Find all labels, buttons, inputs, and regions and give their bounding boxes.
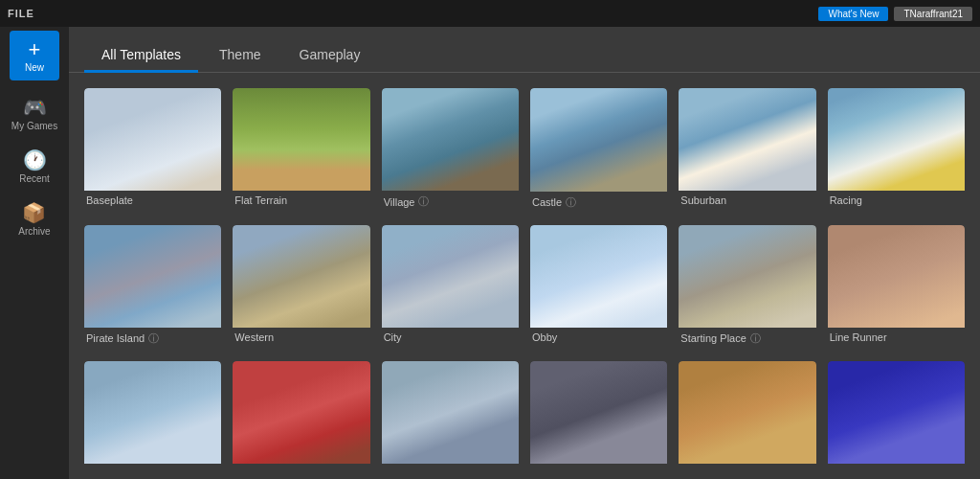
info-icon[interactable]: ⓘ [148, 331, 159, 346]
archive-icon: 📦 [22, 201, 46, 224]
template-card-flat-terrain[interactable]: Flat Terrain [233, 88, 369, 214]
template-card-line-runner[interactable]: Line Runner [828, 225, 965, 350]
template-card-village[interactable]: Villageⓘ [382, 88, 519, 214]
tab-bar: All Templates Theme Gameplay [69, 27, 980, 73]
my-games-icon: 🎮 [23, 96, 47, 119]
template-title-r3c [382, 464, 519, 471]
username-display: TNaraffrant21 [894, 7, 972, 21]
template-title-baseplate: Baseplate [84, 191, 221, 210]
template-card-r3e[interactable] [679, 361, 815, 472]
template-thumb-suburban [679, 88, 815, 191]
info-icon[interactable]: ⓘ [418, 194, 429, 209]
topbar-right: What's New TNaraffrant21 [818, 7, 972, 21]
template-thumb-r3b [233, 361, 369, 464]
template-title-western: Western [233, 328, 369, 347]
template-grid-container: BaseplateFlat TerrainVillageⓘCastleⓘSubu… [69, 73, 980, 479]
template-card-r3b[interactable] [233, 361, 369, 472]
recent-icon: 🕐 [23, 148, 47, 171]
sidebar: + New 🎮 My Games 🕐 Recent 📦 Archive [0, 27, 69, 479]
template-title-suburban: Suburban [679, 191, 815, 210]
whats-new-button[interactable]: What's New [818, 7, 888, 21]
template-thumb-castle [530, 88, 667, 192]
template-thumb-obby [530, 225, 667, 329]
template-card-castle[interactable]: Castleⓘ [530, 88, 667, 214]
template-title-castle: Castleⓘ [530, 192, 667, 214]
template-card-suburban[interactable]: Suburban [679, 88, 815, 214]
template-thumb-village [382, 88, 519, 191]
template-card-city[interactable]: City [382, 225, 519, 350]
template-title-r3d [530, 464, 667, 471]
template-title-city: City [382, 328, 519, 347]
template-title-r3b [233, 464, 369, 471]
template-thumb-r3e [679, 361, 815, 464]
recent-label: Recent [19, 173, 50, 184]
template-title-village: Villageⓘ [382, 191, 519, 213]
template-card-r3c[interactable] [382, 361, 519, 472]
template-thumb-baseplate [84, 88, 221, 191]
sidebar-item-recent[interactable]: 🕐 Recent [19, 148, 50, 184]
info-icon[interactable]: ⓘ [750, 331, 761, 346]
tab-all-templates[interactable]: All Templates [84, 39, 198, 73]
template-title-flat-terrain: Flat Terrain [233, 191, 369, 210]
template-title-starting-place: Starting Placeⓘ [679, 328, 815, 350]
template-title-pirate-island: Pirate Islandⓘ [84, 328, 221, 350]
template-thumb-r3d [530, 361, 667, 465]
template-thumb-western [233, 225, 369, 328]
main-layout: + New 🎮 My Games 🕐 Recent 📦 Archive All … [0, 27, 980, 479]
info-icon[interactable]: ⓘ [566, 195, 576, 210]
file-menu-label[interactable]: FILE [8, 8, 34, 19]
sidebar-item-archive[interactable]: 📦 Archive [18, 201, 50, 237]
template-card-racing[interactable]: Racing [828, 88, 965, 214]
tab-gameplay[interactable]: Gameplay [282, 39, 378, 73]
template-thumb-r3a [84, 361, 221, 464]
template-thumb-r3f [828, 361, 965, 464]
template-thumb-pirate-island [84, 225, 221, 328]
sidebar-item-my-games[interactable]: 🎮 My Games [11, 96, 57, 131]
tab-theme[interactable]: Theme [202, 39, 278, 73]
template-title-line-runner: Line Runner [828, 328, 965, 347]
template-thumb-city [382, 225, 519, 328]
template-grid: BaseplateFlat TerrainVillageⓘCastleⓘSubu… [84, 88, 965, 479]
template-card-r3f[interactable] [828, 361, 965, 472]
new-label: New [25, 62, 44, 73]
plus-icon: + [29, 39, 41, 60]
template-card-r3a[interactable] [84, 361, 221, 472]
template-thumb-flat-terrain [233, 88, 369, 191]
content-area: All Templates Theme Gameplay BaseplateFl… [69, 27, 980, 479]
template-card-starting-place[interactable]: Starting Placeⓘ [679, 225, 815, 350]
template-thumb-starting-place [679, 225, 815, 328]
template-card-obby[interactable]: Obby [530, 225, 667, 350]
top-bar: FILE What's New TNaraffrant21 [0, 0, 980, 27]
template-title-obby: Obby [530, 328, 667, 347]
template-card-pirate-island[interactable]: Pirate Islandⓘ [84, 225, 221, 350]
template-card-western[interactable]: Western [233, 225, 369, 350]
template-thumb-racing [828, 88, 965, 191]
new-button[interactable]: + New [10, 31, 59, 80]
template-title-r3a [84, 464, 221, 471]
my-games-label: My Games [11, 121, 57, 131]
archive-label: Archive [18, 226, 50, 237]
template-card-r3d[interactable] [530, 361, 667, 472]
template-thumb-line-runner [828, 225, 965, 328]
template-title-racing: Racing [828, 191, 965, 210]
template-title-r3f [828, 464, 965, 471]
template-title-r3e [679, 464, 815, 471]
template-thumb-r3c [382, 361, 519, 464]
template-card-baseplate[interactable]: Baseplate [84, 88, 221, 214]
